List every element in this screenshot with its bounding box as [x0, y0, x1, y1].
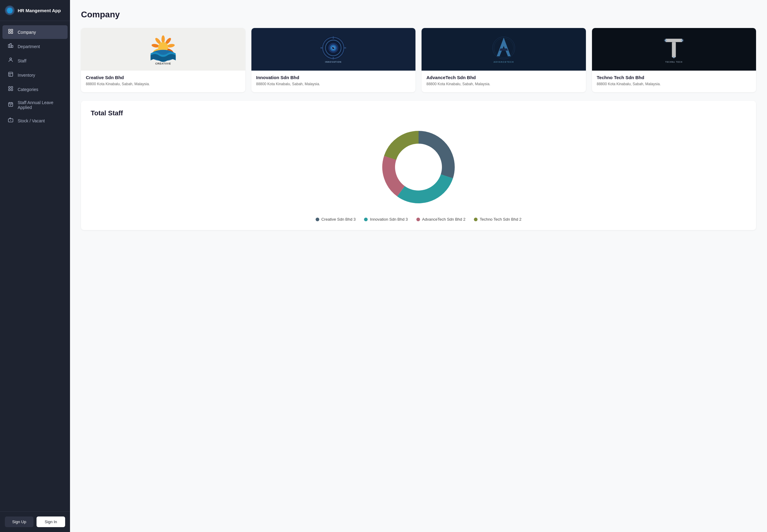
svg-rect-5	[10, 44, 12, 47]
svg-text:TECHN⊙ TECH: TECHN⊙ TECH	[665, 61, 682, 63]
svg-rect-3	[9, 32, 10, 33]
company-icon	[7, 29, 14, 36]
chart-title: Total Staff	[91, 109, 746, 117]
company-card-creative[interactable]: CREATIIVE Creative Sdn Bhd 88800 Kota Ki…	[81, 28, 245, 92]
legend-label-advancetech: AdvanceTech Sdn Bhd 2	[422, 217, 465, 222]
svg-point-40	[334, 47, 334, 48]
svg-rect-41	[333, 37, 334, 39]
sidebar-nav: Company Department Staff Inventory Categ…	[0, 21, 70, 511]
svg-rect-11	[9, 86, 10, 88]
legend-item-technotech: Techno Tech Sdn Bhd 2	[474, 217, 521, 222]
svg-text:INNOVATION: INNOVATION	[325, 61, 341, 63]
svg-rect-12	[11, 86, 13, 88]
sidebar-item-department-label: Department	[18, 44, 40, 49]
company-card-body-advancetech: AdvanceTech Sdn Bhd 88800 Kota Kinabalu,…	[422, 71, 586, 87]
legend-dot-advancetech	[416, 218, 420, 221]
company-card-technotech[interactable]: TECHN⊙ TECH Techno Tech Sdn Bhd 88800 Ko…	[592, 28, 756, 92]
svg-rect-2	[11, 32, 13, 33]
sidebar-item-inventory-label: Inventory	[18, 73, 35, 78]
svg-rect-8	[9, 72, 13, 76]
chart-container: Creative Sdn Bhd 3 Innovation Sdn Bhd 3 …	[91, 124, 746, 222]
company-name-creative: Creative Sdn Bhd	[86, 75, 240, 80]
sidebar-item-leave[interactable]: Staff Annual Leave Applied	[2, 97, 68, 113]
legend-item-creative: Creative Sdn Bhd 3	[316, 217, 356, 222]
legend-label-creative: Creative Sdn Bhd 3	[321, 217, 356, 222]
categories-icon	[7, 86, 14, 93]
sidebar-item-department[interactable]: Department	[2, 40, 68, 53]
sidebar-item-stock[interactable]: Stock / Vacant	[2, 114, 68, 128]
sidebar-header: 🌐 HR Mangement App	[0, 0, 70, 21]
svg-rect-13	[9, 89, 10, 91]
legend-label-innovation: Innovation Sdn Bhd 3	[370, 217, 408, 222]
svg-rect-4	[9, 44, 10, 47]
svg-text:ADVANCETECH: ADVANCETECH	[493, 61, 514, 63]
legend-item-innovation: Innovation Sdn Bhd 3	[364, 217, 408, 222]
company-logo-advancetech: ADVANCETECH	[422, 28, 586, 71]
sidebar-item-categories-label: Categories	[18, 87, 38, 92]
sidebar-item-inventory[interactable]: Inventory	[2, 68, 68, 82]
company-card-innovation[interactable]: INNOVATION Innovation Sdn Bhd 88800 Kota…	[251, 28, 416, 92]
company-card-advancetech[interactable]: ADVANCETECH AdvanceTech Sdn Bhd 88800 Ko…	[422, 28, 586, 92]
company-name-innovation: Innovation Sdn Bhd	[256, 75, 411, 80]
company-address-technotech: 88800 Kota Kinabalu, Sabah, Malaysia.	[597, 81, 751, 87]
company-card-body-creative: Creative Sdn Bhd 88800 Kota Kinabalu, Sa…	[81, 71, 245, 87]
sidebar-item-company-label: Company	[18, 30, 36, 35]
inventory-icon	[7, 72, 14, 79]
company-logo-technotech: TECHN⊙ TECH	[592, 28, 756, 71]
svg-rect-51	[666, 39, 682, 42]
signin-button[interactable]: Sign In	[37, 516, 65, 527]
chart-section: Total Staff	[81, 101, 756, 230]
svg-rect-52	[672, 42, 676, 57]
svg-point-7	[10, 58, 12, 60]
donut-chart	[376, 124, 461, 210]
sidebar-item-leave-label: Staff Annual Leave Applied	[18, 100, 63, 110]
svg-rect-14	[11, 89, 13, 91]
sidebar-item-staff-label: Staff	[18, 58, 26, 63]
svg-rect-42	[333, 57, 334, 59]
page-title: Company	[81, 10, 756, 19]
sidebar: 🌐 HR Mangement App Company Department St…	[0, 0, 70, 532]
svg-point-21	[161, 35, 165, 43]
svg-point-53	[665, 40, 667, 41]
legend-dot-innovation	[364, 218, 368, 221]
main-content: Company	[70, 0, 767, 532]
leave-icon	[7, 102, 14, 109]
company-card-body-innovation: Innovation Sdn Bhd 88800 Kota Kinabalu, …	[251, 71, 416, 87]
company-address-advancetech: 88800 Kota Kinabalu, Sabah, Malaysia.	[426, 81, 581, 87]
app-logo-icon: 🌐	[5, 5, 15, 15]
sidebar-item-staff[interactable]: Staff	[2, 54, 68, 68]
legend-item-advancetech: AdvanceTech Sdn Bhd 2	[416, 217, 465, 222]
sidebar-footer: Sign Up Sign In	[0, 511, 70, 532]
svg-rect-1	[11, 29, 13, 31]
svg-text:CREATIIVE: CREATIIVE	[155, 62, 171, 65]
department-icon	[7, 43, 14, 50]
company-logo-innovation: INNOVATION	[251, 28, 416, 71]
sidebar-item-company[interactable]: Company	[2, 25, 68, 39]
company-name-technotech: Techno Tech Sdn Bhd	[597, 75, 751, 80]
company-address-innovation: 88800 Kota Kinabalu, Sabah, Malaysia.	[256, 81, 411, 87]
legend-dot-technotech	[474, 218, 478, 221]
staff-icon	[7, 57, 14, 64]
stock-icon	[7, 117, 14, 124]
company-cards-grid: CREATIIVE Creative Sdn Bhd 88800 Kota Ki…	[81, 28, 756, 92]
signup-button[interactable]: Sign Up	[5, 516, 33, 527]
company-name-advancetech: AdvanceTech Sdn Bhd	[426, 75, 581, 80]
sidebar-item-stock-label: Stock / Vacant	[18, 118, 45, 123]
svg-point-54	[681, 40, 683, 41]
sidebar-item-categories[interactable]: Categories	[2, 82, 68, 96]
chart-legend: Creative Sdn Bhd 3 Innovation Sdn Bhd 3 …	[316, 217, 522, 222]
company-card-body-technotech: Techno Tech Sdn Bhd 88800 Kota Kinabalu,…	[592, 71, 756, 87]
svg-point-55	[673, 57, 675, 58]
svg-rect-15	[9, 103, 13, 107]
svg-rect-6	[12, 45, 13, 47]
company-address-creative: 88800 Kota Kinabalu, Sabah, Malaysia.	[86, 81, 240, 87]
svg-rect-43	[320, 47, 323, 49]
legend-label-technotech: Techno Tech Sdn Bhd 2	[480, 217, 521, 222]
app-title: HR Mangement App	[18, 8, 61, 13]
svg-rect-0	[9, 29, 10, 31]
company-logo-creative: CREATIIVE	[81, 28, 245, 71]
svg-rect-44	[344, 47, 346, 49]
legend-dot-creative	[316, 218, 319, 221]
